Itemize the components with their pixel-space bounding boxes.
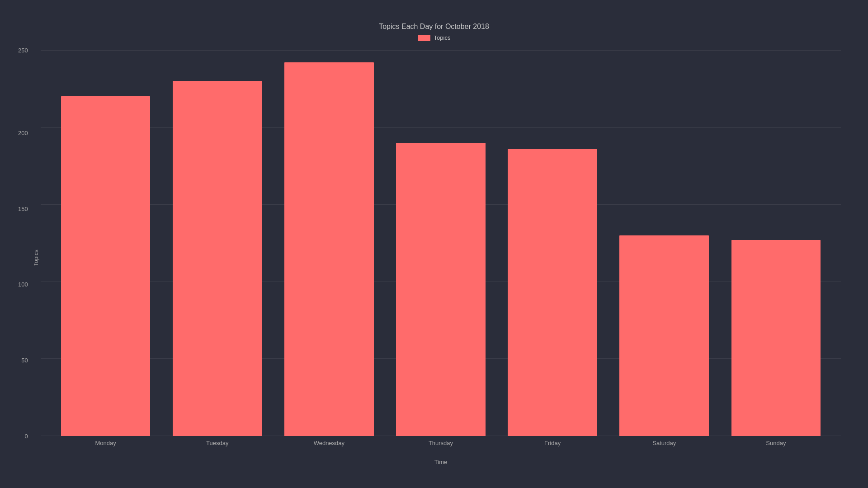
- y-axis-labels: 250200150100500: [18, 50, 28, 436]
- bar-group: [497, 50, 609, 436]
- bar[interactable]: [731, 240, 821, 436]
- bars-container: [41, 50, 841, 436]
- bar[interactable]: [61, 96, 151, 436]
- bar-group: [161, 50, 273, 436]
- bar-group: [385, 50, 496, 436]
- chart-title: Topics Each Day for October 2018: [379, 23, 489, 31]
- chart-container: Topics Each Day for October 2018 Topics …: [27, 23, 841, 465]
- bar[interactable]: [619, 235, 709, 436]
- chart-inner: 250200150100500 MondayTuesdayWednesdayTh…: [41, 50, 841, 465]
- x-axis-title: Time: [41, 459, 841, 465]
- x-tick-label: Tuesday: [161, 440, 273, 458]
- plot-area: 250200150100500: [41, 50, 841, 436]
- bar-group: [273, 50, 385, 436]
- chart-area: Topics 250200150100500 MondayTuesdayWedn…: [27, 50, 841, 465]
- bar-group: [720, 50, 832, 436]
- bar-group: [609, 50, 720, 436]
- y-tick-label: 0: [18, 432, 28, 439]
- x-tick-label: Monday: [50, 440, 161, 458]
- x-tick-label: Sunday: [720, 440, 832, 458]
- y-tick-label: 100: [18, 281, 28, 288]
- bar-group: [50, 50, 161, 436]
- x-tick-label: Wednesday: [273, 440, 385, 458]
- bar[interactable]: [508, 149, 597, 436]
- bar[interactable]: [284, 62, 374, 436]
- x-tick-label: Friday: [497, 440, 609, 458]
- bar[interactable]: [396, 143, 486, 436]
- y-tick-label: 250: [18, 47, 28, 54]
- legend-label: Topics: [434, 34, 451, 41]
- y-tick-label: 200: [18, 129, 28, 136]
- chart-legend: Topics: [418, 34, 451, 41]
- x-tick-label: Thursday: [385, 440, 496, 458]
- y-axis-label: Topics: [27, 50, 41, 465]
- bar[interactable]: [173, 81, 262, 436]
- x-tick-label: Saturday: [609, 440, 720, 458]
- y-tick-label: 50: [18, 357, 28, 364]
- x-axis-labels: MondayTuesdayWednesdayThursdayFridaySatu…: [41, 440, 841, 458]
- y-tick-label: 150: [18, 205, 28, 212]
- legend-color-swatch: [418, 35, 430, 41]
